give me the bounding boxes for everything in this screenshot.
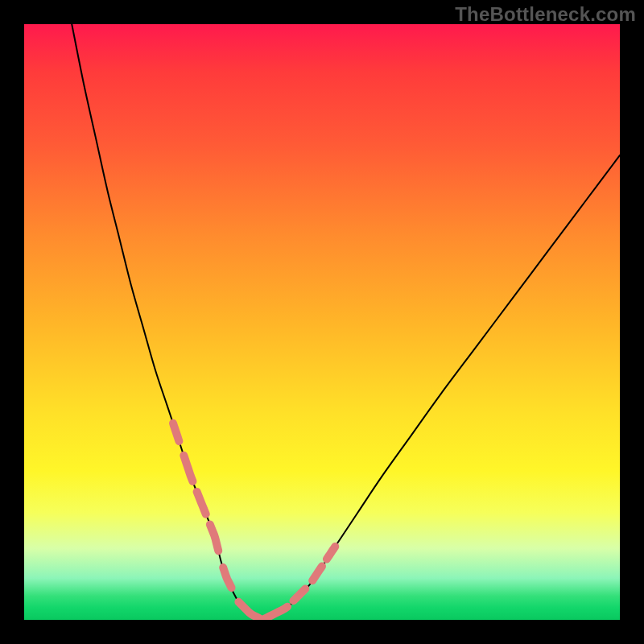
chart-frame: TheBottleneck.com (0, 0, 644, 644)
marker-segment (238, 602, 259, 618)
bottleneck-curve (72, 24, 620, 620)
marker-segment (173, 423, 179, 441)
marker-segment (184, 456, 192, 481)
marker-segment (223, 568, 231, 588)
curve-svg (24, 24, 620, 620)
marker-segment (293, 589, 305, 601)
marker-group (173, 423, 335, 619)
marker-segment (197, 492, 206, 514)
marker-segment (263, 607, 287, 620)
marker-segment (327, 547, 335, 559)
watermark-label: TheBottleneck.com (455, 3, 636, 26)
marker-segment (312, 566, 322, 580)
plot-area (24, 24, 620, 620)
marker-segment (210, 525, 218, 551)
